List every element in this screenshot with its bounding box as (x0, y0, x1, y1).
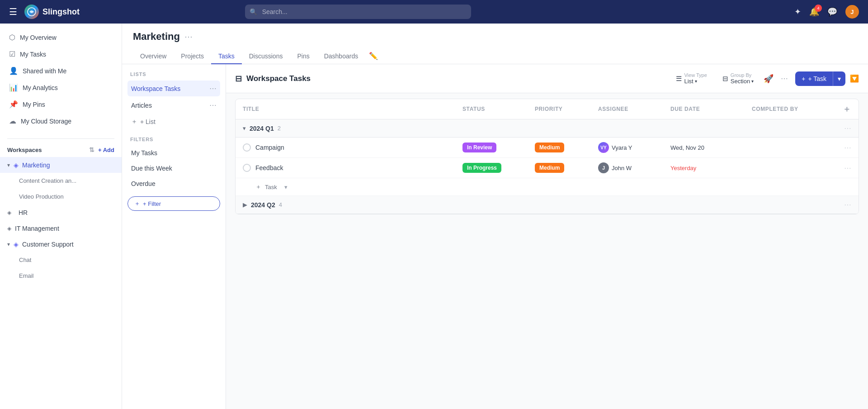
chat-label: Chat (19, 257, 31, 263)
filter-my-tasks-label: My Tasks (131, 149, 157, 157)
task-name-feedback[interactable]: Feedback (255, 164, 283, 171)
tab-bar: Overview Projects Tasks Discussions Pins… (133, 48, 857, 64)
add-list-icon: ＋ (131, 118, 137, 126)
sort-icon[interactable]: ⇅ (89, 146, 94, 153)
notification-bell[interactable]: 🔔 4 (809, 7, 819, 17)
sidebar-item-my-cloud-storage[interactable]: ☁ My Cloud Storage (0, 113, 122, 129)
add-column-btn[interactable]: ＋ (833, 104, 851, 114)
workspace-item-marketing[interactable]: ▾ ◈ Marketing ⋯ (0, 157, 122, 173)
sidebar-item-shared-with-me[interactable]: 👤 Shared with Me (0, 62, 122, 79)
sidebar-item-my-overview[interactable]: ⬡ My Overview (0, 29, 122, 46)
task-main: ⊟ Workspace Tasks ☰ View Type List ▾ (226, 64, 868, 409)
articles-more[interactable]: ⋯ (209, 101, 217, 109)
sidebar-item-content-creation[interactable]: Content Creation an... ⋯ (0, 173, 122, 189)
tab-tasks[interactable]: Tasks (211, 49, 242, 64)
add-list-btn[interactable]: ＋ + List (127, 114, 220, 129)
status-badge-campaign: In Review (462, 143, 496, 152)
add-task-arrow[interactable]: ▾ (833, 71, 845, 86)
cloud-icon: ☁ (9, 117, 16, 125)
tab-discussions[interactable]: Discussions (242, 49, 290, 64)
panel-item-articles[interactable]: Articles ⋯ (127, 97, 220, 113)
panel-filter-overdue[interactable]: Overdue (127, 176, 220, 191)
tab-overview[interactable]: Overview (133, 49, 174, 64)
sidebar-item-my-tasks[interactable]: ☑ My Tasks (0, 46, 122, 62)
sidebar-item-chat[interactable]: Chat ⋯ (0, 252, 122, 268)
view-type-icon: ☰ (676, 75, 682, 83)
topnav-actions: ✦ 🔔 4 💬 J (794, 5, 859, 19)
rocket-icon[interactable]: 🚀 (764, 74, 774, 84)
sidebar-item-my-analytics[interactable]: 📊 My Analytics (0, 79, 122, 96)
assignee-name-vyara: Vyara Y (612, 144, 632, 151)
chat-icon[interactable]: 💬 (827, 7, 837, 17)
search-bar[interactable]: 🔍 (245, 5, 471, 19)
cs-expand-icon: ▾ (7, 241, 10, 247)
workspace-item-it-management[interactable]: ◈ IT Management ⋯ (0, 220, 122, 236)
expand-add-btn[interactable]: ▾ (284, 184, 288, 190)
view-type-btn[interactable]: ☰ View Type List ▾ (670, 70, 712, 87)
workspace-item-hr[interactable]: ◈ HR ⋯ (0, 204, 122, 220)
panel-filter-my-tasks[interactable]: My Tasks (127, 146, 220, 160)
topnav: ☰ Slingshot 🔍 ✦ 🔔 4 💬 J (0, 0, 868, 24)
task-toolbar: ⊟ Workspace Tasks ☰ View Type List ▾ (226, 64, 868, 93)
sidebar-item-email[interactable]: Email ⋯ (0, 268, 122, 284)
chevron-down-icon: ▾ (695, 79, 697, 84)
toolbar-right: ☰ View Type List ▾ ⊟ (670, 70, 859, 87)
panel-item-workspace-tasks[interactable]: Workspace Tasks ⋯ (127, 81, 220, 96)
sidebar-item-label: My Cloud Storage (21, 118, 71, 125)
pins-icon: 📌 (9, 100, 18, 109)
tab-pins[interactable]: Pins (290, 49, 316, 64)
add-filter-icon: ＋ (134, 200, 140, 208)
task-assignee-campaign: VY Vyara Y (598, 142, 670, 153)
group-by-btn[interactable]: ⊟ Group By Section ▾ (717, 70, 759, 87)
list-view-icon: ⊟ (235, 74, 242, 84)
section-q2-more[interactable]: ⋯ (844, 200, 851, 209)
add-task-row[interactable]: ＋ Task ▾ (236, 178, 859, 196)
menu-icon[interactable]: ☰ (9, 6, 17, 17)
it-expand-icon: ◈ (7, 225, 11, 232)
sparkle-icon[interactable]: ✦ (794, 7, 801, 17)
workspaces-header: Workspaces ⇅ + Add (0, 143, 122, 157)
user-avatar[interactable]: J (845, 5, 859, 19)
sidebar-item-video-production[interactable]: Video Production ⋯ (0, 189, 122, 204)
group-by-chevron: ▾ (751, 79, 754, 84)
workspace-tasks-more[interactable]: ⋯ (209, 84, 217, 93)
add-filter-label: + Filter (143, 200, 161, 207)
filter-icon[interactable]: 🔽 (850, 74, 859, 83)
tab-projects[interactable]: Projects (174, 49, 211, 64)
add-task-btn[interactable]: + + Task ▾ (795, 71, 845, 86)
workspace-icon-cs: ◈ (14, 241, 19, 248)
task-row-more-campaign[interactable]: ⋯ (833, 143, 851, 152)
toolbar-more-btn[interactable]: ⋯ (778, 71, 791, 86)
task-checkbox-feedback[interactable] (243, 164, 251, 172)
status-badge-feedback: In Progress (462, 163, 501, 173)
workspaces-actions: ⇅ + Add (89, 146, 114, 153)
add-filter-btn[interactable]: ＋ + Filter (127, 196, 220, 211)
priority-badge-campaign: Medium (535, 143, 564, 152)
panel-filter-due-this-week[interactable]: Due this Week (127, 161, 220, 176)
overview-icon: ⬡ (9, 33, 15, 42)
section-2024-q2[interactable]: ▶ 2024 Q2 4 ⋯ (236, 196, 859, 214)
sidebar-item-my-pins[interactable]: 📌 My Pins (0, 96, 122, 113)
page-more-btn[interactable]: ⋯ (184, 32, 193, 42)
sidebar: ⬡ My Overview ☑ My Tasks 👤 Shared with M… (0, 24, 122, 409)
add-workspace-btn[interactable]: + Add (98, 147, 114, 153)
task-checkbox-campaign[interactable] (243, 143, 251, 152)
workspace-item-customer-support[interactable]: ▾ ◈ Customer Support ⋯ (0, 236, 122, 252)
add-task-main[interactable]: + + Task (795, 71, 833, 86)
section-2024-q1[interactable]: ▾ 2024 Q1 2 ⋯ (236, 119, 859, 138)
group-by-icon: ⊟ (722, 75, 728, 83)
tab-dashboards[interactable]: Dashboards (317, 49, 366, 64)
sidebar-item-label: My Tasks (20, 51, 46, 58)
edit-tabs-icon[interactable]: ✏️ (365, 48, 382, 64)
task-status-feedback: In Progress (462, 163, 535, 173)
search-input[interactable] (245, 5, 471, 19)
workspace-icon: ◈ (14, 162, 19, 169)
video-production-label: Video Production (19, 193, 64, 200)
task-name-campaign[interactable]: Campaign (255, 144, 284, 151)
task-row-more-feedback[interactable]: ⋯ (833, 164, 851, 172)
filters-label: FILTERS (127, 137, 220, 142)
section-q1-more[interactable]: ⋯ (844, 124, 851, 133)
workspace-tasks-title: Workspace Tasks (246, 74, 311, 83)
workspaces-label: Workspaces (7, 147, 42, 153)
task-priority-feedback: Medium (535, 163, 598, 173)
